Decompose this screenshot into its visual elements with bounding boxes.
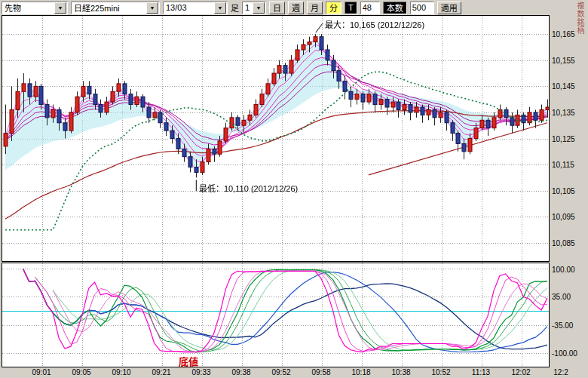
tick-toggle-button[interactable]: T	[345, 2, 357, 14]
price-axis-label: 10,125	[552, 135, 575, 143]
bottom-price-annotation: 底値	[179, 354, 198, 368]
period-day-button[interactable]: 日	[269, 2, 285, 14]
period-month-button[interactable]: 月	[307, 2, 323, 14]
min-price-annotation: 最低：10,110 (2012/12/26)	[199, 182, 298, 194]
time-axis-label: 10:18	[344, 368, 378, 376]
chevron-down-icon[interactable]: ▼	[253, 2, 265, 14]
price-axis-label: 10,095	[552, 213, 575, 221]
time-axis-label: 12:2	[544, 368, 578, 376]
price-axis-label: 10,105	[552, 187, 575, 195]
period-week-button[interactable]: 週	[288, 2, 304, 14]
oscillator-axis-label: 100.00	[552, 266, 575, 274]
contract-month-value: 13/03	[164, 3, 214, 12]
time-axis-label: 11:13	[464, 368, 498, 376]
ashi-label: 足	[231, 2, 239, 14]
bar-count-input[interactable]	[410, 2, 434, 14]
oscillator-canvas[interactable]	[2, 263, 549, 367]
price-chart-panel: 最大：10,165 (2012/12/26) 最低：10,110 (2012/1…	[2, 15, 550, 262]
price-axis-label: 10,155	[552, 57, 575, 65]
time-axis-label: 12:02	[504, 368, 538, 376]
time-axis-label: 10:52	[424, 368, 458, 376]
chevron-down-icon[interactable]: ▼	[146, 2, 158, 14]
period-minute-button[interactable]: 分	[326, 2, 341, 14]
price-axis-label: 10,115	[552, 161, 574, 169]
time-axis-label: 09:05	[64, 368, 99, 376]
oscillator-panel: 底値	[2, 263, 550, 367]
instrument-value: 日経225mini	[72, 2, 146, 14]
instrument-type-select[interactable]: 先物 ▼	[2, 2, 68, 14]
chevron-down-icon[interactable]: ▼	[54, 2, 66, 14]
time-axis-label: 09:58	[304, 368, 338, 376]
interval-select[interactable]: 1 ▼	[242, 2, 266, 14]
instrument-type-value: 先物	[2, 2, 54, 14]
oscillator-axis-label: -100.00	[552, 349, 577, 358]
oscillator-axis-label: 35.00	[552, 293, 571, 301]
price-chart-canvas[interactable]	[2, 16, 549, 261]
bar-count-button[interactable]: 本数	[383, 2, 407, 14]
interval-value: 1	[243, 3, 253, 12]
max-price-annotation: 最大：10,165 (2012/12/26)	[325, 18, 424, 30]
time-axis-label: 09:33	[184, 368, 219, 376]
apply-button[interactable]: 適用	[437, 2, 461, 14]
price-axis-label: 10,145	[552, 82, 575, 91]
time-axis-label: 10:38	[384, 368, 418, 376]
time-axis-label: 09:38	[224, 368, 259, 376]
time-axis-label: 09:10	[104, 368, 139, 376]
toolbar: 先物 ▼ 日経225mini ▼ 13/03 ▼ 足 1 ▼ 日 週 月 分 T…	[0, 0, 588, 15]
chevron-down-icon[interactable]: ▼	[214, 2, 226, 14]
multi-symbol-link[interactable]: 複数銘柄	[574, 2, 586, 35]
chart-app-window: 先物 ▼ 日経225mini ▼ 13/03 ▼ 足 1 ▼ 日 週 月 分 T…	[0, 0, 588, 378]
time-axis-label: 09:01	[24, 368, 59, 376]
time-axis-label: 09:52	[264, 368, 299, 376]
price-axis-label: 10,085	[552, 239, 575, 247]
oscillator-axis-label: -35.00	[552, 321, 573, 330]
contract-month-select[interactable]: 13/03 ▼	[163, 2, 228, 14]
price-axis-label: 10,135	[552, 109, 575, 117]
instrument-select[interactable]: 日経225mini ▼	[71, 2, 160, 14]
price-axis-label: 10,165	[552, 30, 575, 38]
bar-minutes-input[interactable]	[360, 2, 380, 14]
time-axis-label: 09:21	[144, 368, 179, 376]
